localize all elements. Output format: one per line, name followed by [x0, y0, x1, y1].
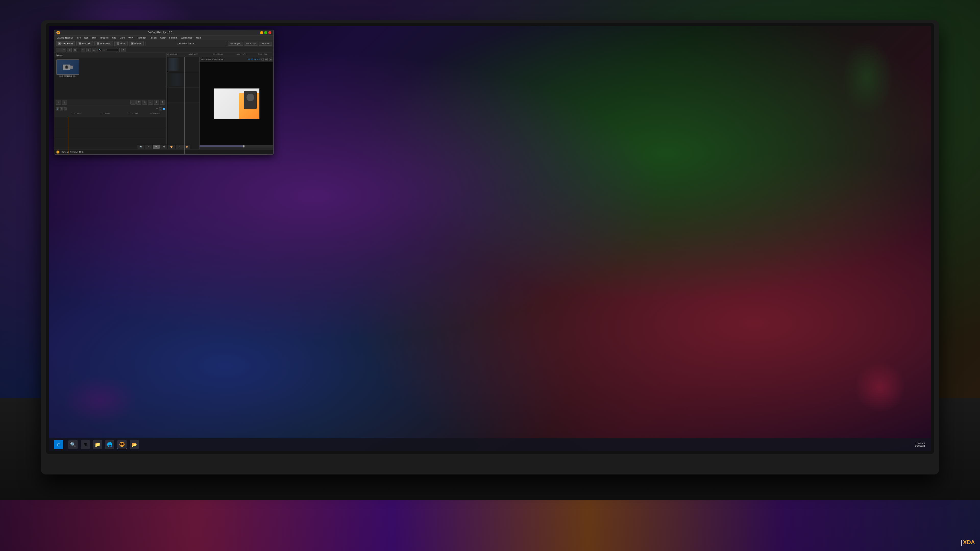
view-grid-btn[interactable]: ⊞ — [86, 48, 91, 52]
system-tray: 12:07 AM 8/14/2024 — [915, 442, 925, 447]
menu-dots-btn[interactable]: ⋯ — [130, 100, 135, 105]
main-ruler-1: 00:48:00:00 — [167, 53, 177, 55]
search-taskbar-icon: 🔍 — [70, 442, 76, 448]
history-btn[interactable]: ⊘ — [67, 48, 72, 52]
menu-davinci-resolve[interactable]: DaVinci Resolve — [56, 37, 74, 39]
davinci-logo: DR — [56, 31, 60, 35]
left-panel-controls: + ♪ ⋯ ⚑ ⊕ ▭ ⊞ ⚙ — [54, 99, 166, 105]
full-screen-btn[interactable]: Full Screen — [244, 41, 258, 46]
extra-app-btn[interactable]: 📂 — [130, 440, 139, 449]
davinci-taskbar-btn[interactable]: DR — [118, 440, 127, 449]
filter-btn[interactable]: ▾ — [121, 48, 126, 52]
full-btn[interactable]: ⊞ — [154, 100, 159, 105]
menu-clip[interactable]: Clip — [111, 37, 117, 39]
timeline-ruler-left: 00:47:56:00 00:47:58:00 00:48:00:00 00:4… — [54, 112, 166, 117]
media-clip-1[interactable]: IMG_20240810_08... — [56, 59, 80, 77]
scrubber-handle[interactable] — [243, 145, 245, 148]
secondary-playhead — [185, 57, 185, 154]
svg-point-2 — [65, 66, 68, 68]
search-taskbar-btn[interactable]: 🔍 — [68, 440, 78, 449]
module-deliver[interactable]: 📦 — [183, 144, 190, 149]
menu-timeline[interactable]: Timeline — [99, 37, 110, 39]
module-fusion[interactable]: ⋈ — [160, 144, 167, 149]
monitor-btn[interactable]: ▭ — [148, 100, 153, 105]
right-area: 00:48:00:00 00:48:08:00 00:48:16:00 00:4… — [167, 53, 273, 154]
camera-switch-btn[interactable]: ⊕ — [142, 100, 147, 105]
media-pool-tab[interactable]: ▦ Media Pool — [56, 41, 75, 46]
menu-fusion[interactable]: Fusion — [149, 37, 158, 39]
main-video-track — [167, 57, 199, 72]
titles-tab[interactable]: T Titles — [115, 41, 127, 46]
view-meta-btn[interactable]: ⓘ — [92, 48, 97, 52]
transitions-tab[interactable]: ⧉ Transitions — [94, 41, 114, 46]
menu-edit[interactable]: Edit — [83, 37, 89, 39]
search-box[interactable]: 🔍 Search — [97, 48, 118, 52]
preview-viewport — [200, 62, 273, 145]
thumb-content — [57, 60, 79, 74]
clip-thumbnail — [56, 59, 80, 75]
effects-label: Effects — [134, 42, 141, 45]
preview-scrubber[interactable] — [200, 145, 273, 147]
track-vol-btn[interactable]: 🔊 — [56, 107, 59, 110]
task-view-btn[interactable]: ⊞ — [81, 440, 90, 449]
module-cut[interactable]: ✂ — [145, 144, 152, 149]
windows-logo: ⊞ — [57, 442, 60, 447]
sync-bin-tab[interactable]: ⟳ Sync Bin — [76, 41, 94, 46]
preview-menu-btn[interactable]: ⋯ — [261, 58, 264, 61]
undo-btn[interactable]: ↩ — [56, 48, 60, 52]
menu-bar: DaVinci Resolve File Edit Trim Timeline … — [54, 35, 273, 40]
menu-playback[interactable]: Playback — [136, 37, 147, 39]
close-button[interactable] — [268, 31, 271, 34]
view-list-btn[interactable]: ≡ — [81, 48, 85, 52]
module-fairlight[interactable]: ♪ — [176, 144, 183, 149]
menu-fairlight[interactable]: Fairlight — [169, 37, 178, 39]
menu-color[interactable]: Color — [159, 37, 167, 39]
main-content-area: Master — [54, 53, 273, 154]
preview-panel: IMG_20240810_085736.jpg 00:00:04:05 ⋯ — … — [199, 57, 273, 154]
chrome-btn[interactable]: 🌐 — [105, 440, 115, 449]
menu-view[interactable]: View — [127, 37, 134, 39]
transitions-icon: ⧉ — [97, 42, 99, 45]
media-pool-icon: ▦ — [58, 42, 61, 45]
add-track-btn[interactable]: + — [56, 100, 61, 105]
track-mute-btn[interactable]: M — [60, 107, 63, 110]
maximize-button[interactable] — [264, 31, 267, 34]
chrome-icon: 🌐 — [107, 442, 113, 448]
flag-btn[interactable]: ⚑ — [136, 100, 142, 105]
snap-btn[interactable]: ⊞ — [73, 48, 77, 52]
module-edit[interactable]: ✂ — [153, 144, 160, 149]
start-button[interactable]: ⊞ — [54, 440, 63, 449]
preview-minimize-btn[interactable]: — — [265, 58, 268, 61]
effects-tab[interactable]: ✦ Effects — [129, 41, 143, 46]
redo-btn[interactable]: ↪ — [62, 48, 66, 52]
window-controls[interactable] — [260, 31, 271, 34]
minimize-button[interactable] — [260, 31, 263, 34]
track-indicator — [163, 108, 165, 110]
main-ruler-4: 00:48:24:00 — [237, 53, 246, 55]
track-solo-btn[interactable]: S — [64, 107, 67, 110]
module-tabs: 📷 ✂ ✂ ⋈ 🎨 ♪ 📦 — [137, 144, 191, 149]
menu-mark[interactable]: Mark — [119, 37, 126, 39]
main-ruler-2: 00:48:08:00 — [189, 53, 198, 55]
file-explorer-btn[interactable]: 📁 — [93, 440, 102, 449]
quick-export-btn[interactable]: Quick Export — [228, 41, 243, 46]
transitions-label: Transitions — [100, 42, 111, 45]
timeline-main — [167, 57, 199, 154]
module-color[interactable]: 🎨 — [168, 144, 175, 149]
menu-help[interactable]: Help — [195, 37, 202, 39]
status-app-name: DaVinci Resolve 18.6 — [62, 151, 83, 153]
track-link-btn[interactable]: ⛓ — [159, 107, 162, 110]
search-icon: 🔍 — [99, 49, 101, 51]
settings-btn[interactable]: ⚙ — [160, 100, 165, 105]
media-panel: Master — [54, 53, 167, 154]
menu-trim[interactable]: Trim — [91, 37, 97, 39]
module-media[interactable]: 📷 — [137, 144, 145, 149]
music-note-btn[interactable]: ♪ — [62, 100, 67, 105]
preview-close-btn[interactable]: ✕ — [269, 58, 272, 61]
menu-workspace[interactable]: Workspace — [180, 37, 193, 39]
menu-file[interactable]: File — [76, 37, 82, 39]
inspector-btn[interactable]: Inspector — [259, 41, 272, 46]
camera-lens — [247, 94, 254, 101]
scissors-icon: ✂ — [156, 107, 158, 110]
xda-bar: | — [961, 539, 963, 546]
